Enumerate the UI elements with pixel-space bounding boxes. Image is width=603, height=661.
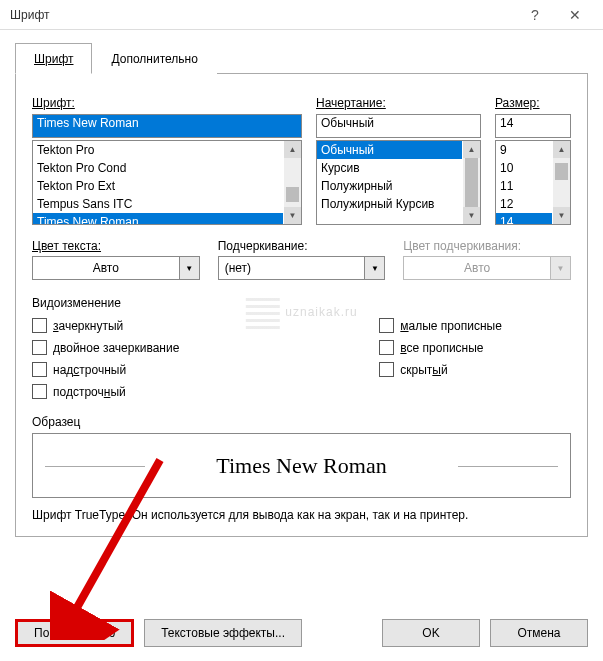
font-color-label: Цвет текста: bbox=[32, 239, 200, 253]
font-option[interactable]: Tempus Sans ITC bbox=[33, 195, 283, 213]
size-option[interactable]: 12 bbox=[496, 195, 552, 213]
font-option[interactable]: Times New Roman bbox=[33, 213, 283, 225]
font-option[interactable]: Tekton Pro bbox=[33, 141, 283, 159]
scroll-up-icon[interactable]: ▲ bbox=[553, 141, 570, 158]
scroll-down-icon[interactable]: ▼ bbox=[553, 207, 570, 224]
size-option[interactable]: 14 bbox=[496, 213, 552, 225]
size-option[interactable]: 9 bbox=[496, 141, 552, 159]
scroll-down-icon[interactable]: ▼ bbox=[284, 207, 301, 224]
tab-advanced[interactable]: Дополнительно bbox=[92, 43, 216, 74]
style-option[interactable]: Обычный bbox=[317, 141, 462, 159]
font-option[interactable]: Tekton Pro Cond bbox=[33, 159, 283, 177]
underline-label: Подчеркивание: bbox=[218, 239, 386, 253]
style-option[interactable]: Полужирный Курсив bbox=[317, 195, 462, 213]
title-bar: Шрифт ? ✕ bbox=[0, 0, 603, 30]
tab-font[interactable]: Шрифт bbox=[15, 43, 92, 74]
size-input[interactable]: 14 bbox=[495, 114, 571, 138]
scrollbar[interactable]: ▲ ▼ bbox=[284, 141, 301, 224]
chevron-down-icon[interactable]: ▼ bbox=[365, 256, 385, 280]
all-caps-checkbox[interactable]: все прописные bbox=[379, 340, 502, 355]
sample-preview: Times New Roman bbox=[32, 433, 571, 498]
hidden-checkbox[interactable]: скрытый bbox=[379, 362, 502, 377]
scroll-up-icon[interactable]: ▲ bbox=[463, 141, 480, 158]
size-option[interactable]: 11 bbox=[496, 177, 552, 195]
tab-strip: Шрифт Дополнительно bbox=[15, 42, 588, 74]
double-strike-checkbox[interactable]: двойное зачеркивание bbox=[32, 340, 179, 355]
font-option[interactable]: Tekton Pro Ext bbox=[33, 177, 283, 195]
dialog-footer: По умолчанию Текстовые эффекты... OK Отм… bbox=[15, 619, 588, 647]
sample-text: Times New Roman bbox=[208, 453, 394, 479]
set-default-button[interactable]: По умолчанию bbox=[15, 619, 134, 647]
size-label: Размер: bbox=[495, 96, 571, 110]
small-caps-checkbox[interactable]: малые прописные bbox=[379, 318, 502, 333]
chevron-down-icon: ▼ bbox=[551, 256, 571, 280]
size-option[interactable]: 10 bbox=[496, 159, 552, 177]
superscript-checkbox[interactable]: надстрочный bbox=[32, 362, 179, 377]
font-color-combo[interactable]: Авто ▼ bbox=[32, 256, 200, 280]
underline-color-combo: Авто ▼ bbox=[403, 256, 571, 280]
sample-label: Образец bbox=[32, 415, 571, 429]
chevron-down-icon[interactable]: ▼ bbox=[180, 256, 200, 280]
strikethrough-checkbox[interactable]: ззачеркнутыйачеркнутый bbox=[32, 318, 179, 333]
style-listbox[interactable]: Обычный Курсив Полужирный Полужирный Кур… bbox=[316, 140, 481, 225]
style-input[interactable]: Обычный bbox=[316, 114, 481, 138]
subscript-checkbox[interactable]: подстрочный bbox=[32, 384, 179, 399]
font-input[interactable]: Times New Roman bbox=[32, 114, 302, 138]
style-option[interactable]: Курсив bbox=[317, 159, 462, 177]
style-label: Начертание: bbox=[316, 96, 481, 110]
font-description: Шрифт TrueType. Он используется для выво… bbox=[32, 508, 571, 522]
font-listbox[interactable]: Tekton Pro Tekton Pro Cond Tekton Pro Ex… bbox=[32, 140, 302, 225]
style-option[interactable]: Полужирный bbox=[317, 177, 462, 195]
scroll-down-icon[interactable]: ▼ bbox=[463, 207, 480, 224]
font-label: Шрифт: bbox=[32, 96, 302, 110]
scroll-up-icon[interactable]: ▲ bbox=[284, 141, 301, 158]
underline-color-label: Цвет подчеркивания: bbox=[403, 239, 571, 253]
tab-panel: uznaikak.ru Шрифт: Times New Roman Tekto… bbox=[15, 74, 588, 537]
scrollbar[interactable]: ▲ ▼ bbox=[553, 141, 570, 224]
window-title: Шрифт bbox=[10, 8, 515, 22]
text-effects-button[interactable]: Текстовые эффекты... bbox=[144, 619, 302, 647]
help-button[interactable]: ? bbox=[515, 1, 555, 29]
effects-label: Видоизменение bbox=[32, 296, 571, 310]
underline-combo[interactable]: (нет) ▼ bbox=[218, 256, 386, 280]
size-listbox[interactable]: 9 10 11 12 14 ▲ ▼ bbox=[495, 140, 571, 225]
ok-button[interactable]: OK bbox=[382, 619, 480, 647]
cancel-button[interactable]: Отмена bbox=[490, 619, 588, 647]
close-button[interactable]: ✕ bbox=[555, 1, 595, 29]
scrollbar[interactable]: ▲ ▼ bbox=[463, 141, 480, 224]
